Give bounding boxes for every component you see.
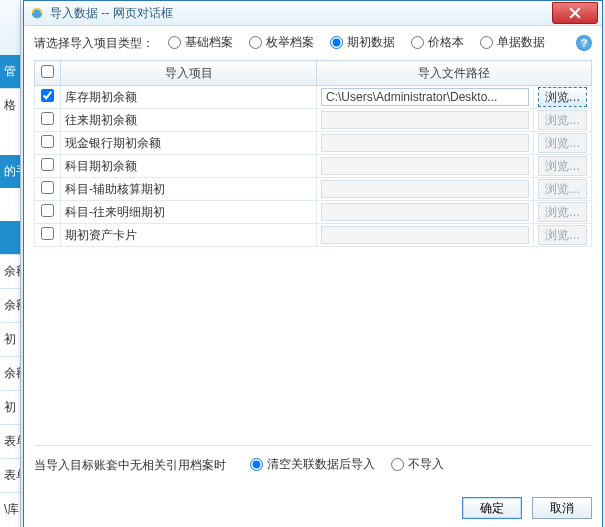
missing-ref-radio-clear[interactable]: 清空关联数据后导入 <box>250 456 375 473</box>
ie-icon <box>30 6 44 20</box>
sidebar-fragment: 表单 <box>0 424 20 458</box>
missing-ref-radio-skip[interactable]: 不导入 <box>391 456 444 473</box>
path-input-acct-aux-open <box>321 180 529 198</box>
row-label: 科目-辅助核算期初 <box>61 178 317 201</box>
row-label: 库存期初余额 <box>61 86 317 109</box>
row-checkbox-acct-open[interactable] <box>41 158 54 171</box>
import-dialog: 导入数据 -- 网页对话框 请选择导入项目类型： 基础档案枚举档案期初数据价格本… <box>23 0 603 527</box>
type-radio-input-enum[interactable] <box>249 36 262 49</box>
left-sidebar-fragment: 管格的手余额余额初余额初表单表单\库 <box>0 0 21 527</box>
table-row: 现金银行期初余额浏览… <box>35 132 592 155</box>
help-icon[interactable]: ? <box>576 35 592 51</box>
select-all-checkbox[interactable] <box>41 65 54 78</box>
missing-ref-radio-input-skip[interactable] <box>391 458 404 471</box>
type-radio-input-open[interactable] <box>330 36 343 49</box>
browse-button-cash-open: 浏览… <box>538 133 587 153</box>
row-checkbox-cash-open[interactable] <box>41 135 54 148</box>
dialog-title: 导入数据 -- 网页对话框 <box>50 5 552 22</box>
row-checkbox-asset-open[interactable] <box>41 227 54 240</box>
sidebar-fragment: 管 <box>0 55 20 88</box>
missing-ref-option-row: 当导入目标账套中无相关引用档案时 清空关联数据后导入不导入 <box>34 445 592 474</box>
type-label: 请选择导入项目类型： <box>34 35 154 52</box>
header-project: 导入项目 <box>61 61 317 86</box>
browse-button-acct-aux-open: 浏览… <box>538 179 587 199</box>
table-row: 科目-往来明细期初浏览… <box>35 201 592 224</box>
type-radio-input-bill[interactable] <box>480 36 493 49</box>
header-checkbox[interactable] <box>35 61 61 86</box>
type-radio-open[interactable]: 期初数据 <box>330 34 395 51</box>
type-radio-bill[interactable]: 单据数据 <box>480 34 545 51</box>
header-path: 导入文件路径 <box>317 61 592 86</box>
sidebar-fragment: 余额 <box>0 288 20 322</box>
missing-ref-radio-label: 清空关联数据后导入 <box>267 456 375 473</box>
table-row: 科目-辅助核算期初浏览… <box>35 178 592 201</box>
row-label: 科目-往来明细期初 <box>61 201 317 224</box>
sidebar-fragment: 余额 <box>0 254 20 288</box>
path-input-cash-open <box>321 134 529 152</box>
missing-ref-label: 当导入目标账套中无相关引用档案时 <box>34 457 226 474</box>
browse-button-acct-open: 浏览… <box>538 156 587 176</box>
browse-button-acct-detail-open: 浏览… <box>538 202 587 222</box>
sidebar-fragment: 余额 <box>0 356 20 390</box>
missing-ref-radio-label: 不导入 <box>408 456 444 473</box>
path-input-ar-open <box>321 111 529 129</box>
type-radio-input-price[interactable] <box>411 36 424 49</box>
type-radio-row: 请选择导入项目类型： 基础档案枚举档案期初数据价格本单据数据 ? <box>34 34 592 52</box>
row-checkbox-acct-detail-open[interactable] <box>41 204 54 217</box>
type-radio-label: 基础档案 <box>185 34 233 51</box>
browse-button-ar-open: 浏览… <box>538 110 587 130</box>
sidebar-fragment <box>0 122 20 155</box>
sidebar-fragment: 表单 <box>0 458 20 492</box>
type-radio-label: 单据数据 <box>497 34 545 51</box>
row-checkbox-acct-aux-open[interactable] <box>41 181 54 194</box>
sidebar-fragment <box>0 188 20 221</box>
row-checkbox-inv-open[interactable] <box>41 89 54 102</box>
type-radio-input-basic[interactable] <box>168 36 181 49</box>
dialog-buttons: 确定 取消 <box>462 497 592 519</box>
path-input-inv-open[interactable] <box>321 88 529 106</box>
cancel-button[interactable]: 取消 <box>532 497 592 519</box>
row-label: 往来期初余额 <box>61 109 317 132</box>
sidebar-fragment: 初 <box>0 322 20 356</box>
missing-ref-radio-input-clear[interactable] <box>250 458 263 471</box>
type-radio-label: 价格本 <box>428 34 464 51</box>
table-row: 期初资产卡片浏览… <box>35 224 592 247</box>
type-radio-price[interactable]: 价格本 <box>411 34 464 51</box>
browse-button-inv-open[interactable]: 浏览… <box>538 87 587 107</box>
type-radio-label: 期初数据 <box>347 34 395 51</box>
table-row: 库存期初余额浏览… <box>35 86 592 109</box>
close-icon <box>569 7 581 19</box>
row-checkbox-ar-open[interactable] <box>41 112 54 125</box>
sidebar-fragment <box>0 221 20 254</box>
row-label: 现金银行期初余额 <box>61 132 317 155</box>
sidebar-fragment: 初 <box>0 390 20 424</box>
type-radio-enum[interactable]: 枚举档案 <box>249 34 314 51</box>
row-label: 科目期初余额 <box>61 155 317 178</box>
sidebar-fragment: \库 <box>0 492 20 526</box>
table-row: 往来期初余额浏览… <box>35 109 592 132</box>
ok-button[interactable]: 确定 <box>462 497 522 519</box>
sidebar-fragment: 格 <box>0 88 20 122</box>
titlebar: 导入数据 -- 网页对话框 <box>24 1 602 26</box>
path-input-acct-detail-open <box>321 203 529 221</box>
type-radio-label: 枚举档案 <box>266 34 314 51</box>
close-button[interactable] <box>552 2 598 24</box>
sidebar-fragment: 的手 <box>0 155 20 188</box>
import-table: 导入项目 导入文件路径 库存期初余额浏览…往来期初余额浏览…现金银行期初余额浏览… <box>34 60 592 247</box>
path-input-acct-open <box>321 157 529 175</box>
table-row: 科目期初余额浏览… <box>35 155 592 178</box>
path-input-asset-open <box>321 226 529 244</box>
browse-button-asset-open: 浏览… <box>538 225 587 245</box>
row-label: 期初资产卡片 <box>61 224 317 247</box>
type-radio-basic[interactable]: 基础档案 <box>168 34 233 51</box>
